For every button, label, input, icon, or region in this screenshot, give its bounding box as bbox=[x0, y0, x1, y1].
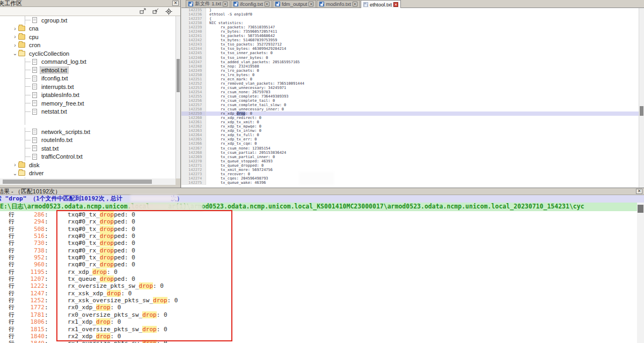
file-icon bbox=[32, 129, 37, 135]
result-row[interactable]: 行1806: rx1_xdp_drop: 0 bbox=[0, 318, 637, 325]
result-line-number: 1772 bbox=[14, 304, 45, 311]
file-tree[interactable]: cgroup.txt›cna›cpu›cron⌄cyclicCollection… bbox=[0, 16, 175, 178]
sidebar-folder-cpu[interactable]: ›cpu bbox=[0, 33, 175, 41]
tab-modinfo.txt[interactable]: modinfo.txt✕ bbox=[317, 0, 360, 8]
tab-close-icon[interactable]: ✕ bbox=[265, 2, 269, 6]
result-row[interactable]: 行1772: rx0_xdp_drop: 0 bbox=[0, 304, 637, 311]
sidebar-item-stat-txt[interactable]: stat.txt bbox=[0, 144, 175, 153]
sidebar-item-memory_free-txt[interactable]: memory_free.txt bbox=[0, 99, 175, 108]
result-row[interactable]: 行516: rxq#0_rx_dropped: 0 bbox=[0, 233, 637, 240]
line-number: 142252 bbox=[181, 81, 206, 86]
sidebar-item-command_log-txt[interactable]: command_log.txt bbox=[0, 58, 175, 66]
code-text: rx_csum_unnecessary_inner: 0 bbox=[206, 107, 639, 111]
code-text: rx_csum_complete_tail: 0 bbox=[206, 99, 639, 103]
result-row[interactable]: 行1840: rx2_xdp_drop: 0 bbox=[0, 333, 637, 340]
chevron-right-icon[interactable]: › bbox=[12, 42, 18, 48]
code-line: 142254 rx_csum_none: 26759783 bbox=[181, 90, 639, 94]
scrollbar-thumb[interactable] bbox=[3, 180, 152, 184]
sidebar-item-interrupts-txt[interactable]: interrupts.txt bbox=[0, 83, 175, 91]
tree-gap bbox=[0, 116, 175, 128]
result-row[interactable]: 行1222: rx_oversize_pkts_sw_drop: 0 bbox=[0, 282, 637, 289]
expand-icon[interactable] bbox=[140, 8, 147, 14]
code-text: rx_lro_bytes: 0 bbox=[206, 73, 639, 77]
result-line-number: 286 bbox=[14, 211, 45, 218]
sidebar-folder-cron[interactable]: ›cron bbox=[0, 41, 175, 50]
sidebar-item-routeInfo-txt[interactable]: routeInfo.txt bbox=[0, 136, 175, 145]
tab-fdm_output[interactable]: fdm_output✕ bbox=[273, 0, 317, 8]
result-row[interactable]: 行1247: rx_xsk_xdp_drop: 0 bbox=[0, 290, 637, 297]
sidebar-folder-disk[interactable]: ›disk bbox=[0, 161, 175, 169]
scrollbar-thumb[interactable] bbox=[640, 106, 643, 116]
scrollbar-thumb[interactable] bbox=[638, 205, 643, 213]
chevron-right-icon[interactable]: › bbox=[12, 26, 18, 32]
sidebar-item-netstat-txt[interactable]: netstat.txt bbox=[0, 108, 175, 116]
chevron-down-icon[interactable]: ⌄ bbox=[12, 170, 18, 176]
sidebar-folder-cyclicCollection[interactable]: ⌄cyclicCollection bbox=[0, 49, 175, 58]
result-row[interactable]: 行294: rxq#0_rx_dropped: 0 bbox=[0, 218, 637, 225]
result-row[interactable]: 行508: txq#0_tx_dropped: 0 bbox=[0, 226, 637, 233]
result-row[interactable]: 行1207: tx_queue_dropped: 0 bbox=[0, 275, 637, 282]
code-line: 142245 tx_tso_inner_packets: 0 bbox=[181, 51, 639, 55]
code-line: 142246 tx_tso_inner_bytes: 0 bbox=[181, 56, 639, 60]
tree-item-label: memory_free.txt bbox=[40, 100, 85, 107]
file-icon bbox=[32, 84, 37, 90]
result-row[interactable]: 行1849: rx2_oversize_pkts_sw_drop: 0 bbox=[0, 340, 637, 343]
result-row[interactable]: 行952: txq#0_tx_dropped: 0 bbox=[0, 254, 637, 261]
result-row[interactable]: 行730: txq#0_tx_dropped: 0 bbox=[0, 240, 637, 247]
file-icon bbox=[32, 109, 37, 115]
tab-close-icon[interactable]: ✕ bbox=[393, 2, 398, 7]
tab-新文件 1.txt[interactable]: 新文件 1.txt✕ bbox=[186, 0, 230, 8]
workspace-close-icon[interactable]: ✕ bbox=[172, 1, 179, 6]
line-number: 142268 bbox=[181, 151, 206, 155]
sidebar-item-network_scripts-txt[interactable]: network_scripts.txt bbox=[0, 128, 175, 136]
result-row[interactable]: 行1252: rx_xsk_oversize_pkts_sw_drop: 0 bbox=[0, 297, 637, 304]
scrollbar-thumb[interactable] bbox=[177, 59, 180, 92]
result-line-number: 738 bbox=[14, 247, 45, 254]
match-highlight: drop bbox=[142, 340, 157, 343]
colon: : bbox=[45, 226, 48, 233]
result-row[interactable]: 行738: rxq#0_rx_dropped: 0 bbox=[0, 247, 637, 254]
result-row[interactable]: 行1781: rx0_oversize_pkts_sw_drop: 0 bbox=[0, 311, 637, 318]
results-close-icon[interactable]: ✕ bbox=[636, 189, 642, 194]
sidebar-folder-cna[interactable]: ›cna bbox=[0, 25, 175, 33]
result-line-number: 1815 bbox=[14, 326, 45, 333]
tab-close-icon[interactable]: ✕ bbox=[223, 2, 228, 6]
locate-icon[interactable] bbox=[165, 8, 173, 14]
line-number: 142256 bbox=[181, 99, 206, 103]
collapse-icon[interactable] bbox=[152, 8, 160, 14]
result-row[interactable]: 行1195: rx_xdp_drop: 0 bbox=[0, 269, 637, 275]
tree-horizontal-scrollbar[interactable] bbox=[0, 178, 175, 185]
chevron-right-icon[interactable]: › bbox=[12, 34, 18, 40]
editor-text-area[interactable]: 142235}142236ethtool -S enp1s0f0142237{1… bbox=[181, 8, 644, 188]
sidebar-item-iptablesInfo-txt[interactable]: iptablesInfo.txt bbox=[0, 91, 175, 100]
result-row[interactable]: 行286: txq#0_tx_dropped: 0 bbox=[0, 211, 637, 218]
code-text: tx_cqes: 204596498793 bbox=[206, 176, 639, 181]
sidebar-item-trafficControl-txt[interactable]: trafficControl.txt bbox=[0, 153, 175, 161]
chevron-down-icon[interactable]: ⌄ bbox=[12, 50, 18, 56]
tree-item-label: ethtool.txt bbox=[40, 67, 68, 73]
result-row[interactable]: 行960: rxq#0_rx_dropped: 0 bbox=[0, 261, 637, 268]
code-lines: 142235}142236ethtool -S enp1s0f0142237{1… bbox=[181, 8, 639, 188]
sidebar-folder-driver[interactable]: ⌄driver bbox=[0, 169, 175, 178]
code-line: 142271 tx_queue_dropped: 0 bbox=[181, 163, 639, 168]
editor-vertical-scrollbar[interactable] bbox=[639, 8, 644, 188]
result-file-path[interactable]: E:\日志\armod0523.odata.ncmp.unicom.locala… bbox=[0, 203, 644, 211]
chevron-right-icon[interactable]: › bbox=[12, 162, 18, 168]
line-number: 142272 bbox=[181, 168, 206, 172]
sidebar-item-cgroup-txt[interactable]: cgroup.txt bbox=[0, 16, 175, 25]
tab-ethtool.txt[interactable]: ethtool.txt✕ bbox=[361, 0, 401, 8]
code-line: 142251 rx_ecn_mark: 0 bbox=[181, 77, 639, 81]
sidebar-item-ifconfig-txt[interactable]: ifconfig.txt bbox=[0, 74, 175, 83]
code-line: 142274 tx_cqes: 204596498793 bbox=[181, 176, 639, 181]
tab-ifconfig.txt[interactable]: ifconfig.txt✕ bbox=[231, 0, 272, 8]
tree-item-label: cron bbox=[28, 42, 41, 48]
code-line: 142258 rx_csum_unnecessary_inner: 0 bbox=[181, 107, 639, 111]
code-text: rx_bytes: 735960572057411 bbox=[206, 29, 639, 34]
result-row[interactable]: 行1815: rx1_oversize_pkts_sw_drop: 0 bbox=[0, 326, 637, 333]
results-vertical-scrollbar[interactable] bbox=[637, 203, 644, 343]
tab-close-icon[interactable]: ✕ bbox=[353, 2, 357, 6]
code-text: ethtool -S enp1s0f0 bbox=[206, 12, 639, 17]
tree-vertical-scrollbar[interactable] bbox=[175, 16, 180, 178]
sidebar-item-ethtool-txt[interactable]: ethtool.txt bbox=[0, 66, 175, 74]
tab-close-icon[interactable]: ✕ bbox=[309, 2, 313, 6]
